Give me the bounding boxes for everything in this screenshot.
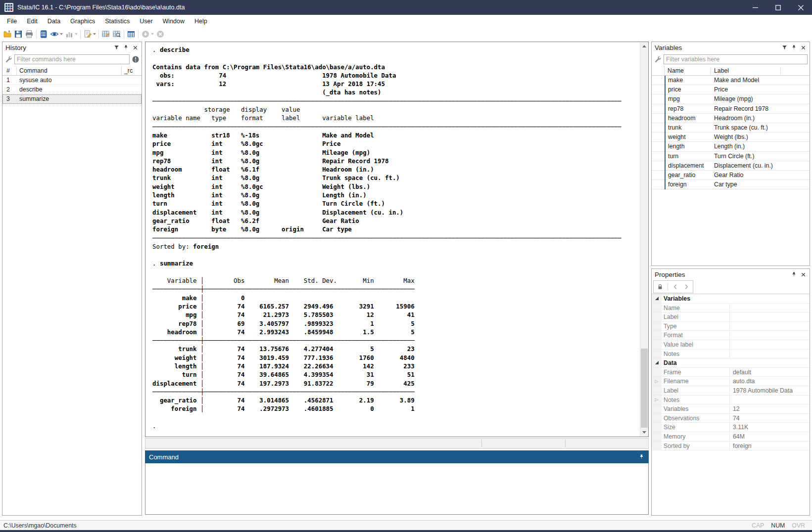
scroll-down-button[interactable] [640, 428, 648, 437]
results-scrollbar[interactable] [640, 42, 648, 437]
property-value[interactable] [730, 312, 810, 321]
do-file-editor-button[interactable] [82, 28, 97, 40]
variable-row-gear_ratio[interactable]: gear_ratioGear Ratio [652, 171, 810, 180]
variable-row-trunk[interactable]: trunkTrunk space (cu. ft.) [652, 123, 810, 133]
history-col-rc[interactable]: _rc [122, 66, 142, 76]
viewer-button[interactable] [49, 28, 64, 40]
menu-file[interactable]: File [2, 15, 22, 28]
pin-icon[interactable] [791, 44, 797, 51]
log-button[interactable] [38, 28, 49, 40]
close-icon[interactable] [800, 271, 807, 278]
property-value[interactable]: 1978 Automobile Data [730, 386, 810, 395]
history-row-sysuse-auto[interactable]: 1sysuse auto [2, 76, 142, 85]
command-input[interactable] [145, 463, 648, 476]
property-row-notes[interactable]: ▷Notes [652, 396, 810, 405]
property-row-filename[interactable]: ▷Filenameauto.dta [652, 377, 810, 386]
property-row-type[interactable]: Type [652, 322, 810, 331]
variable-row-mpg[interactable]: mpgMileage (mpg) [652, 94, 810, 104]
menu-data[interactable]: Data [43, 15, 65, 28]
property-row-variables[interactable]: Variables12 [652, 404, 810, 414]
pin-icon[interactable] [638, 454, 645, 460]
property-value[interactable]: default [730, 368, 810, 377]
property-row-value-label[interactable]: Value label [652, 340, 810, 350]
menu-window[interactable]: Window [158, 15, 190, 28]
property-value[interactable] [730, 331, 810, 340]
pin-icon[interactable] [123, 44, 129, 51]
history-col-num[interactable]: # [2, 66, 17, 76]
variables-manager-button[interactable] [126, 28, 137, 40]
variable-row-displacement[interactable]: displacementDisplacement (cu. in.) [652, 161, 810, 171]
property-row-label[interactable]: Label [652, 312, 810, 322]
menu-statistics[interactable]: Statistics [100, 15, 135, 28]
property-value[interactable] [730, 350, 810, 358]
property-value[interactable] [730, 340, 810, 349]
scrollbar-thumb[interactable] [641, 349, 648, 428]
print-button[interactable] [24, 28, 35, 40]
history-col-command[interactable]: Command [17, 66, 122, 76]
command-input-area[interactable] [145, 463, 649, 515]
filter-error-icon[interactable] [132, 55, 140, 63]
scroll-up-button[interactable] [640, 42, 648, 50]
property-row-format[interactable]: Format [652, 331, 810, 340]
history-filter-input[interactable] [14, 54, 130, 64]
previous-variable-icon[interactable] [672, 283, 679, 290]
open-file-button[interactable] [2, 28, 13, 40]
variables-col-label[interactable]: Label [711, 67, 781, 74]
variable-row-weight[interactable]: weightWeight (lbs.) [652, 133, 810, 142]
expander-collapsed-icon[interactable]: ▷ [652, 377, 662, 386]
variables-filter-input[interactable] [664, 54, 808, 64]
property-row-name[interactable]: Name [652, 304, 810, 313]
expander-expanded-icon[interactable] [652, 358, 662, 367]
close-button[interactable] [789, 0, 812, 15]
data-browser-button[interactable] [111, 28, 122, 40]
variable-row-length[interactable]: lengthLength (in.) [652, 142, 810, 151]
property-group-data[interactable]: Data [652, 358, 810, 368]
variable-row-headroom[interactable]: headroomHeadroom (in.) [652, 114, 810, 123]
variable-row-turn[interactable]: turnTurn Circle (ft.) [652, 152, 810, 161]
property-row-size[interactable]: Size3.11K [652, 423, 810, 432]
results-hscroll-strip[interactable] [145, 438, 649, 449]
next-variable-icon[interactable] [683, 283, 690, 290]
maximize-button[interactable] [766, 0, 789, 15]
filter-icon[interactable] [113, 44, 120, 51]
property-value[interactable]: 12 [730, 404, 810, 413]
property-value[interactable] [730, 322, 810, 331]
property-value[interactable]: auto.dta [730, 377, 810, 386]
variables-col-name[interactable]: Name [665, 67, 711, 74]
property-value[interactable]: 3.11K [730, 423, 810, 432]
property-row-sorted-by[interactable]: Sorted byforeign [652, 442, 810, 451]
property-value[interactable]: foreign [730, 442, 810, 450]
menu-user[interactable]: User [135, 15, 157, 28]
property-row-observations[interactable]: Observations74 [652, 414, 810, 423]
property-value[interactable]: 64M [730, 432, 810, 441]
minimize-button[interactable] [744, 0, 766, 15]
property-value[interactable]: 74 [730, 414, 810, 423]
chevron-down-icon[interactable] [93, 33, 96, 35]
variable-row-foreign[interactable]: foreignCar type [652, 180, 810, 189]
lock-icon[interactable] [657, 283, 664, 290]
property-row-memory[interactable]: Memory64M [652, 432, 810, 442]
filter-icon[interactable] [781, 44, 788, 51]
save-button[interactable] [13, 28, 24, 40]
variable-row-make[interactable]: makeMake and Model [652, 76, 810, 85]
history-row-summarize[interactable]: 3summarize [2, 94, 142, 104]
chevron-down-icon[interactable] [60, 33, 63, 35]
menu-graphics[interactable]: Graphics [65, 15, 100, 28]
data-editor-button[interactable] [100, 28, 111, 40]
property-group-variables[interactable]: Variables [652, 294, 810, 304]
pin-icon[interactable] [791, 271, 797, 278]
history-row-describe[interactable]: 2describe [2, 85, 142, 94]
expander-collapsed-icon[interactable]: ▷ [652, 396, 662, 404]
expander-expanded-icon[interactable] [652, 294, 662, 303]
property-value[interactable] [730, 396, 810, 404]
property-row-frame[interactable]: Framedefault [652, 368, 810, 377]
close-icon[interactable] [132, 44, 139, 51]
property-row-label[interactable]: Label1978 Automobile Data [652, 386, 810, 396]
menu-edit[interactable]: Edit [22, 15, 43, 28]
variable-row-price[interactable]: pricePrice [652, 85, 810, 94]
variable-row-rep78[interactable]: rep78Repair Record 1978 [652, 104, 810, 114]
property-row-notes[interactable]: Notes [652, 350, 810, 359]
close-icon[interactable] [800, 44, 807, 51]
menu-help[interactable]: Help [190, 15, 212, 28]
property-value[interactable] [730, 304, 810, 312]
